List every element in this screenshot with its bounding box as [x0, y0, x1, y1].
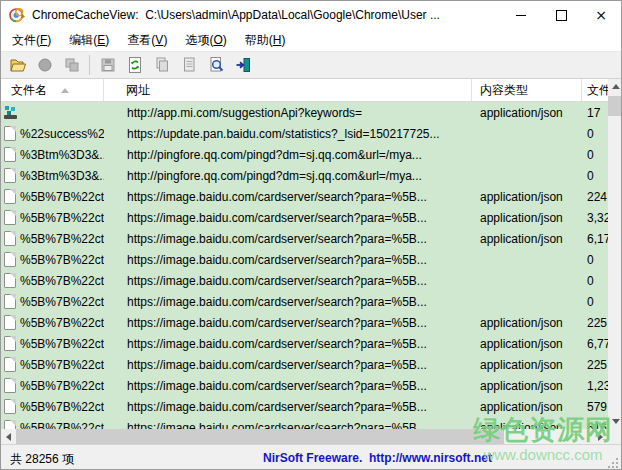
horizontal-scroll-thumb[interactable] — [16, 429, 504, 444]
cell-file-size: 0 — [587, 274, 594, 288]
table-row[interactable]: %5B%7B%22ct...https://image.baidu.com/ca… — [1, 396, 608, 417]
cell-url: https://image.baidu.com/cardserver/searc… — [127, 421, 427, 430]
table-row[interactable]: %5B%7B%22ct...https://image.baidu.com/ca… — [1, 207, 608, 228]
status-bar: 共 28256 项 NirSoft Freeware. http://www.n… — [1, 444, 621, 470]
cell-content-type: application/json — [480, 379, 563, 393]
refresh-icon — [126, 56, 144, 74]
copy-icon — [153, 56, 171, 74]
scroll-left-button[interactable] — [1, 429, 16, 444]
cell-url: https://image.baidu.com/cardserver/searc… — [127, 295, 427, 309]
table-row[interactable]: %3Btm%3D3&...http://pingfore.qq.com/ping… — [1, 144, 608, 165]
cell-filename: %5B%7B%22ct... — [20, 400, 104, 414]
cell-filename: %5B%7B%22ct... — [20, 190, 104, 204]
table-row[interactable]: %5B%7B%22ct...https://image.baidu.com/ca… — [1, 270, 608, 291]
table-row[interactable]: %5B%7B%22ct...https://image.baidu.com/ca… — [1, 291, 608, 312]
column-header-content-type-label: 内容类型 — [480, 82, 528, 99]
menu-item-O[interactable]: 选项(O) — [176, 29, 235, 52]
column-header-filename[interactable]: 文件名 — [1, 79, 104, 101]
cell-url: https://image.baidu.com/cardserver/searc… — [127, 253, 427, 267]
exit-button[interactable] — [230, 53, 255, 77]
cell-file-size: 6,17 — [587, 232, 608, 246]
table-row[interactable]: %22success%22https://update.pan.baidu.co… — [1, 123, 608, 144]
menu-item-H[interactable]: 帮助(H) — [236, 29, 295, 52]
cell-filename: %3Btm%3D3&... — [20, 169, 104, 183]
column-header-file-size[interactable]: 文件大小 — [582, 79, 608, 101]
app-window: ChromeCacheView: C:\Users\admin\AppData\… — [0, 0, 622, 470]
column-header-url-label: 网址 — [126, 82, 150, 99]
exit-icon — [234, 56, 252, 74]
cell-content-type: application/json — [480, 106, 563, 120]
save-icon — [99, 56, 117, 74]
find-button[interactable] — [203, 53, 228, 77]
sort-ascending-icon — [61, 88, 69, 93]
table-row[interactable]: %5B%7B%22ct...https://image.baidu.com/ca… — [1, 417, 608, 429]
cell-url: https://image.baidu.com/cardserver/searc… — [127, 337, 427, 351]
cell-content-type: application/json — [480, 358, 563, 372]
menu-item-E[interactable]: 编辑(E) — [60, 29, 118, 52]
horizontal-scrollbar[interactable] — [1, 429, 608, 444]
properties-icon — [180, 56, 198, 74]
table-row[interactable]: http://app.mi.com/suggestionApi?keywords… — [1, 102, 608, 123]
vertical-scroll-thumb[interactable] — [608, 96, 622, 116]
cell-content-type: application/json — [480, 400, 563, 414]
cell-file-size: 1,23 — [587, 379, 608, 393]
list-header: 文件名 网址 内容类型 文件大小 — [1, 79, 608, 102]
table-row[interactable]: %5B%7B%22ct...https://image.baidu.com/ca… — [1, 333, 608, 354]
resize-grip[interactable] — [607, 457, 618, 468]
scroll-up-button[interactable] — [608, 79, 622, 94]
cell-file-size: 0 — [587, 127, 594, 141]
table-row[interactable]: %5B%7B%22ct...https://image.baidu.com/ca… — [1, 249, 608, 270]
cell-filename: %5B%7B%22ct... — [20, 274, 104, 288]
arrow-up-icon — [612, 84, 620, 89]
maximize-button[interactable] — [541, 1, 581, 29]
stop-icon — [36, 56, 54, 74]
file-icon — [4, 294, 16, 309]
file-icon — [4, 273, 16, 288]
open-cache-folder-button[interactable] — [5, 53, 30, 77]
column-header-content-type[interactable]: 内容类型 — [472, 79, 582, 101]
cell-filename: %5B%7B%22ct... — [20, 253, 104, 267]
refresh-button[interactable] — [122, 53, 147, 77]
cell-content-type: application/json — [480, 232, 563, 246]
close-icon: × — [595, 8, 607, 22]
scroll-down-button[interactable] — [608, 414, 622, 429]
table-row[interactable]: %5B%7B%22ct...https://image.baidu.com/ca… — [1, 312, 608, 333]
table-row[interactable]: %5B%7B%22ct...https://image.baidu.com/ca… — [1, 375, 608, 396]
scrollbar-corner — [608, 429, 622, 444]
cell-content-type: application/json — [480, 190, 563, 204]
cell-file-size: 225 — [587, 316, 607, 330]
cell-url: https://image.baidu.com/cardserver/searc… — [127, 211, 427, 225]
file-icon — [4, 210, 16, 225]
open-folder-icon — [9, 56, 27, 74]
table-row[interactable]: %5B%7B%22ct...https://image.baidu.com/ca… — [1, 186, 608, 207]
vertical-scrollbar[interactable] — [608, 79, 622, 429]
cell-url: http://app.mi.com/suggestionApi?keywords… — [127, 106, 362, 120]
file-icon — [4, 336, 16, 351]
cell-file-size: 3,32 — [587, 211, 608, 225]
cell-file-size: 225 — [587, 358, 607, 372]
file-icon — [4, 147, 16, 162]
cell-file-size: 17 — [587, 106, 600, 120]
table-row[interactable]: %5B%7B%22ct...https://image.baidu.com/ca… — [1, 228, 608, 249]
cell-filename: %5B%7B%22ct... — [20, 337, 104, 351]
file-icon — [4, 357, 16, 372]
app-icon — [9, 7, 25, 23]
scroll-right-button[interactable] — [593, 429, 608, 444]
column-header-url[interactable]: 网址 — [104, 79, 472, 101]
copy-selected-button — [149, 53, 174, 77]
menu-item-V[interactable]: 查看(V) — [118, 29, 176, 52]
stop-button — [32, 53, 57, 77]
title-bar: ChromeCacheView: C:\Users\admin\AppData\… — [1, 1, 621, 29]
table-row[interactable]: %5B%7B%22ct...https://image.baidu.com/ca… — [1, 354, 608, 375]
copy-selected-cache-files-button — [59, 53, 84, 77]
minimize-button[interactable] — [501, 1, 541, 29]
file-icon — [4, 189, 16, 204]
nirsoft-link[interactable]: NirSoft Freeware. http://www.nirsoft.net — [263, 451, 492, 465]
menu-item-F[interactable]: 文件(F) — [3, 29, 60, 52]
arrow-right-icon — [598, 433, 603, 441]
close-button[interactable]: × — [581, 1, 621, 29]
cell-filename: %5B%7B%22ct... — [20, 358, 104, 372]
toolbar — [1, 51, 621, 79]
table-row[interactable]: %3Btm%3D3&...http://pingfore.qq.com/ping… — [1, 165, 608, 186]
arrow-left-icon — [6, 433, 11, 441]
